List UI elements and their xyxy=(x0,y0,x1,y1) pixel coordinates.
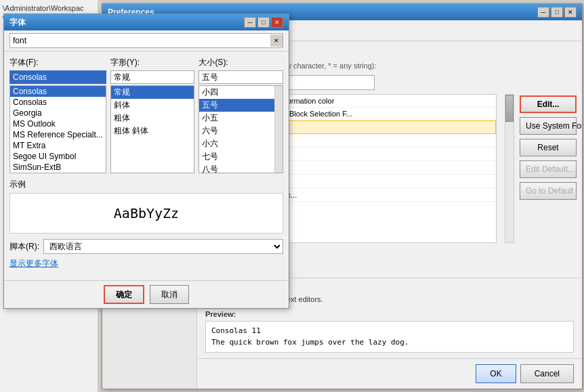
font-family-input[interactable] xyxy=(9,70,106,84)
font-search-area: ✕ xyxy=(4,30,289,51)
size-item-wuhao[interactable]: 五号 xyxy=(199,99,283,112)
font-style-list[interactable]: 常规 斜体 粗体 粗体 斜体 xyxy=(110,85,195,173)
font-size-input[interactable] xyxy=(199,70,283,84)
font-item-reference[interactable]: MS Reference Specialt... xyxy=(10,129,106,140)
font-minimize-btn[interactable]: ─ xyxy=(244,17,256,28)
use-system-font-button[interactable]: Use System Font xyxy=(520,117,577,135)
go-to-default-button[interactable]: Go to Default xyxy=(520,182,577,200)
style-item-italic[interactable]: 斜体 xyxy=(111,99,194,112)
font-style-col: 字形(Y): 常规 斜体 粗体 粗体 斜体 xyxy=(110,57,195,173)
prefs-titlebar-controls: ─ □ ✕ xyxy=(537,7,577,18)
font-item-georgia[interactable]: Georgia xyxy=(10,108,106,118)
size-item-bahao[interactable]: 八号 xyxy=(199,163,283,173)
bg-path-1: \Administrator\Workspac xyxy=(3,3,95,14)
prefs-maximize-btn[interactable]: □ xyxy=(551,7,563,18)
font-close-btn[interactable]: ✕ xyxy=(271,17,283,28)
script-row: 脚本(R): 西欧语言 xyxy=(9,239,283,254)
font-item-consolas-2[interactable]: Consolas xyxy=(10,97,106,108)
bottom-buttons: OK Cancel xyxy=(197,358,582,389)
font-dialog: 字体 ─ □ ✕ ✕ 字体(F): Consolas Consolas Geor… xyxy=(3,14,289,309)
font-dialog-buttons: 确定 取消 xyxy=(4,280,289,308)
font-family-col: 字体(F): Consolas Consolas Georgia MS Outl… xyxy=(9,57,106,173)
script-select[interactable]: 西欧语言 xyxy=(43,239,283,254)
reset-button[interactable]: Reset xyxy=(520,139,577,156)
prefs-close-btn[interactable]: ✕ xyxy=(564,7,577,18)
font-cancel-button[interactable]: 取消 xyxy=(150,285,189,304)
preview-label: Preview: xyxy=(205,310,574,318)
preview-area: Preview: Consolas 11 The quick brown fox… xyxy=(197,307,582,358)
font-maximize-btn[interactable]: □ xyxy=(257,17,270,28)
font-dialog-body: 字体(F): Consolas Consolas Georgia MS Outl… xyxy=(4,51,289,280)
font-style-input[interactable] xyxy=(110,70,195,84)
font-dialog-title: 字体 xyxy=(9,17,26,28)
font-item-mt-extra[interactable]: MT Extra xyxy=(10,140,106,151)
preview-line1: Consolas 11 xyxy=(211,326,568,337)
right-buttons: Edit... Use System Font Reset Edit Defau… xyxy=(514,94,582,200)
script-label: 脚本(R): xyxy=(9,241,39,253)
font-family-list[interactable]: Consolas Consolas Georgia MS Outlook MS … xyxy=(9,85,106,173)
size-item-qihao[interactable]: 七号 xyxy=(199,150,283,163)
preview-section-wrapper: 示例 AaBbYyZz xyxy=(9,179,283,234)
font-preview-text: AaBbYyZz xyxy=(114,205,179,221)
size-item-liuhao[interactable]: 六号 xyxy=(199,125,283,137)
style-item-regular-1[interactable]: 常规 xyxy=(111,86,194,99)
font-dialog-titlebar: 字体 ─ □ ✕ xyxy=(4,14,289,30)
ok-button[interactable]: OK xyxy=(476,364,516,383)
font-item-consolas-1[interactable]: Consolas xyxy=(10,86,106,97)
search-clear-btn[interactable]: ✕ xyxy=(270,35,283,47)
search-box: ✕ xyxy=(9,33,283,48)
preview-section-label: 示例 xyxy=(9,179,283,190)
preview-line2: The quick brown fox jumps over the lazy … xyxy=(211,337,568,349)
font-size-col: 大小(S): 小四 五号 小五 六号 小六 七号 八号 xyxy=(199,57,283,173)
font-confirm-button[interactable]: 确定 xyxy=(104,285,144,304)
font-size-list[interactable]: 小四 五号 小五 六号 小六 七号 八号 xyxy=(199,85,283,173)
scrollbar-thumb[interactable] xyxy=(505,95,514,122)
font-titlebar-controls: ─ □ ✕ xyxy=(244,17,283,28)
edit-button[interactable]: Edit... xyxy=(520,95,577,113)
style-item-bold-italic[interactable]: 粗体 斜体 xyxy=(111,125,194,137)
font-preview-box: AaBbYyZz xyxy=(9,193,283,234)
font-size-label: 大小(S): xyxy=(199,57,283,68)
show-more-link[interactable]: 显示更多字体 xyxy=(9,258,283,269)
font-columns: 字体(F): Consolas Consolas Georgia MS Outl… xyxy=(9,57,283,173)
style-item-bold[interactable]: 粗体 xyxy=(111,112,194,125)
font-item-segoe[interactable]: Segoe UI Symbol xyxy=(10,151,106,162)
size-item-xiaowu[interactable]: 小五 xyxy=(199,112,283,125)
cancel-button[interactable]: Cancel xyxy=(520,364,574,383)
search-input[interactable] xyxy=(10,35,270,47)
edit-default-button[interactable]: Edit Default... xyxy=(520,160,577,178)
size-item-xiaosi[interactable]: 小四 xyxy=(199,86,283,99)
size-item-xiaoliu[interactable]: 小六 xyxy=(199,137,283,150)
font-family-label: 字体(F): xyxy=(9,57,106,68)
prefs-minimize-btn[interactable]: ─ xyxy=(537,7,549,18)
font-style-label: 字形(Y): xyxy=(110,57,195,68)
font-item-simsun[interactable]: SimSun-ExtB xyxy=(10,162,106,173)
font-item-outlook[interactable]: MS Outlook xyxy=(10,118,106,129)
tree-scrollbar[interactable] xyxy=(505,94,514,243)
preview-box: Consolas 11 The quick brown fox jumps ov… xyxy=(205,321,574,353)
